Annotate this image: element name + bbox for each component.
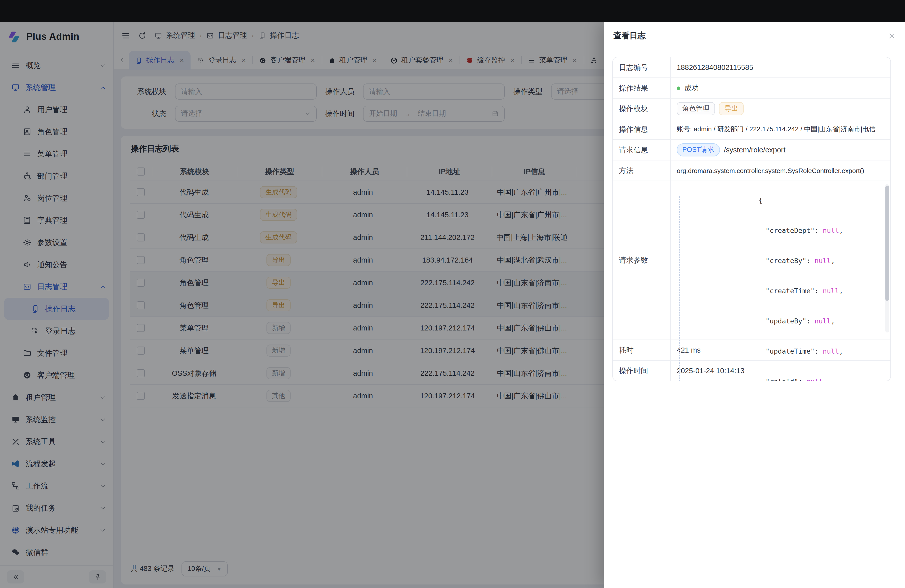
json-line: updateTime: null,	[677, 336, 888, 366]
success-dot	[677, 86, 680, 90]
drawer-header: 查看日志	[604, 22, 905, 50]
info-row: 操作信息 账号: admin / 研发部门 / 222.175.114.242 …	[613, 119, 891, 139]
modal-overlay[interactable]	[0, 22, 604, 588]
indent-guide	[679, 196, 680, 381]
method-row: 方法 org.dromara.system.controller.system.…	[613, 160, 891, 181]
json-scrollbar-thumb[interactable]	[885, 186, 889, 301]
module-tag: 角色管理	[677, 102, 715, 115]
result-value: 成功	[684, 83, 699, 93]
log-detail-table: 日志编号 1882612840802115585 操作结果 成功 操作模块	[612, 57, 891, 381]
method-value: org.dromara.system.controller.system.Sys…	[671, 161, 891, 181]
page: Plus Admin 概览 系统管理 用户管理	[0, 0, 905, 588]
module-row: 操作模块 角色管理 导出	[613, 98, 891, 119]
log-id-value: 1882612840802115585	[671, 57, 891, 78]
log-id-row: 日志编号 1882612840802115585	[613, 57, 891, 78]
request-url: /system/role/export	[724, 146, 786, 154]
json-line: createTime: null,	[677, 276, 888, 306]
json-line: createDept: null,	[677, 215, 888, 245]
result-row: 操作结果 成功	[613, 78, 891, 98]
log-detail-drawer: 查看日志 日志编号 1882612840802115585 操作结果 成功	[604, 22, 905, 588]
action-tag: 导出	[719, 102, 744, 115]
json-line: updateBy: null,	[677, 306, 888, 336]
params-row: 请求参数 { createDept: null, createBy: null,	[613, 181, 891, 340]
request-row: 请求信息 POST请求 /system/role/export	[613, 139, 891, 160]
drawer-body: 日志编号 1882612840802115585 操作结果 成功 操作模块	[604, 50, 905, 381]
json-line: createBy: null,	[677, 245, 888, 276]
request-params-json: { createDept: null, createBy: null, crea…	[677, 185, 888, 381]
json-line: roleId: null,	[677, 366, 888, 381]
info-value: 账号: admin / 研发部门 / 222.175.114.242 / 中国|…	[671, 119, 891, 139]
app-window: Plus Admin 概览 系统管理 用户管理	[0, 22, 905, 588]
post-method-tag: POST请求	[677, 143, 720, 156]
close-icon[interactable]	[888, 32, 895, 40]
drawer-title: 查看日志	[613, 31, 646, 41]
json-line: {	[677, 185, 888, 215]
